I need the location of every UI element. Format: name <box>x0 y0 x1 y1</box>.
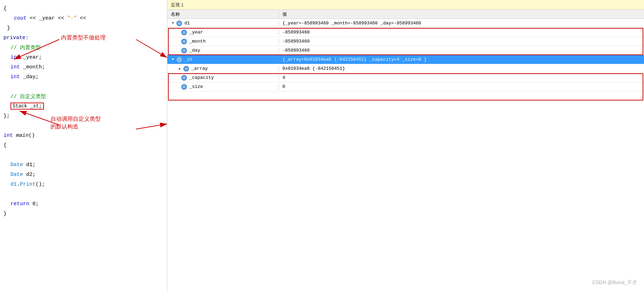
code-line-11: Stack _st; <box>0 101 167 111</box>
cell-name-array: ▶ _array <box>167 66 279 72</box>
var-icon-size <box>181 84 187 90</box>
cell-value-size: 0 <box>279 84 644 89</box>
monitor-title: 监视 1 <box>171 2 184 8</box>
code-line-21: return 0; <box>0 199 167 209</box>
monitor-table: ▼ d1 {_year=-858993460 _month=-858993460… <box>167 19 644 291</box>
code-line-17: Date d1; <box>0 160 167 170</box>
code-line-2: cout << _year << "-" << <box>0 13 167 23</box>
code-line-6: int _year; <box>0 52 167 62</box>
cell-value-year: -858993460 <box>279 30 644 35</box>
code-panel: { cout << _year << "-" << } private: // … <box>0 0 167 291</box>
expand-array[interactable]: ▶ <box>178 67 182 71</box>
code-line-9 <box>0 82 167 91</box>
annotation-custom: 自动调用自定义类型的默认构造 <box>51 115 101 131</box>
table-row-capacity[interactable]: _capacity 4 <box>167 73 644 82</box>
code-line-19: d1 . Print (); <box>0 179 167 189</box>
table-row-month[interactable]: _month -858993460 <box>167 37 644 46</box>
cell-name-year: _year <box>167 30 279 35</box>
cell-name-day: _day <box>167 48 279 53</box>
cell-value-month: -858993460 <box>279 39 644 44</box>
code-line-20 <box>0 189 167 199</box>
code-line-5: // 内置类型 <box>0 43 167 52</box>
cell-value-array: 0x01034ea8 {-842150451} <box>279 66 644 71</box>
watermark: CSDN @Bucai_不才 <box>592 279 637 286</box>
table-row-size[interactable]: _size 0 <box>167 82 644 91</box>
cell-value-day: -858993460 <box>279 48 644 53</box>
code-line-18: Date d2; <box>0 170 167 179</box>
var-icon-array <box>183 66 189 72</box>
annotation-builtin: 内置类型不做处理 <box>61 34 106 42</box>
cell-value-st: {_array=0x01034ea8 {-842150451} _capacit… <box>279 57 644 62</box>
monitor-table-header: 名称 值 <box>167 10 644 19</box>
monitor-panel: 监视 1 名称 值 ▼ d1 {_year=-858993460 _month=… <box>167 0 644 291</box>
cell-name-capacity: _capacity <box>167 75 279 81</box>
expand-st[interactable]: ▼ <box>171 58 175 62</box>
code-line-7: int _month; <box>0 62 167 72</box>
var-icon-year <box>181 30 187 35</box>
cell-value-d1: {_year=-858993460 _month=-858993460 _day… <box>279 21 644 26</box>
code-line-16 <box>0 150 167 160</box>
code-line-14: int main () <box>0 130 167 140</box>
monitor-header: 监视 1 <box>167 0 644 10</box>
table-row-array[interactable]: ▶ _array 0x01034ea8 {-842150451} <box>167 64 644 73</box>
table-row-st[interactable]: ▼ _st {_array=0x01034ea8 {-842150451} _c… <box>167 55 644 64</box>
cell-value-capacity: 4 <box>279 75 644 80</box>
var-icon-st <box>176 57 182 62</box>
table-row-d1[interactable]: ▼ d1 {_year=-858993460 _month=-858993460… <box>167 19 644 28</box>
table-row-day[interactable]: _day -858993460 <box>167 46 644 55</box>
var-icon-d1 <box>176 21 182 26</box>
expand-d1[interactable]: ▼ <box>171 21 175 25</box>
cell-name-month: _month <box>167 39 279 44</box>
cell-name-size: _size <box>167 84 279 90</box>
table-row-year[interactable]: _year -858993460 <box>167 28 644 37</box>
col-value-header: 值 <box>279 11 644 17</box>
code-line-22: } <box>0 209 167 218</box>
var-icon-day <box>181 48 187 53</box>
cell-name-st: ▼ _st <box>167 57 279 62</box>
code-line-1: { <box>0 3 167 13</box>
code-line-8: int _day; <box>0 72 167 82</box>
var-icon-capacity <box>181 75 187 81</box>
cell-name-d1: ▼ d1 <box>167 21 279 26</box>
code-line-3: } <box>0 23 167 33</box>
col-name-header: 名称 <box>167 11 279 17</box>
code-line-15: { <box>0 140 167 150</box>
code-line-10: // 自定义类型 <box>0 91 167 101</box>
var-icon-month <box>181 39 187 44</box>
